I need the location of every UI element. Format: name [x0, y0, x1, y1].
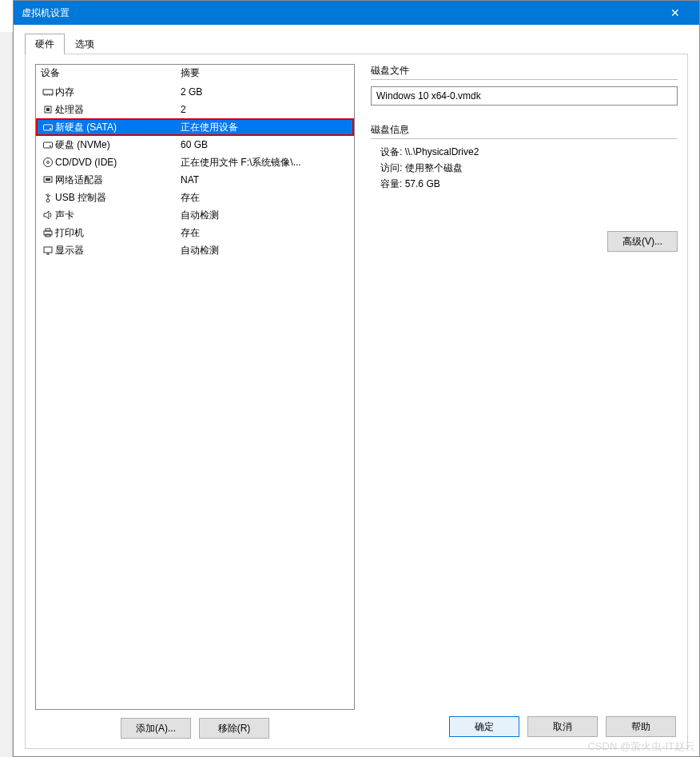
memory-icon [41, 86, 55, 98]
display-icon [41, 245, 55, 256]
info-access-label: 访问: [380, 162, 402, 173]
device-summary: 2 [181, 104, 349, 115]
device-row-4[interactable]: CD/DVD (IDE)正在使用文件 F:\系统镜像\... [36, 153, 354, 171]
device-row-8[interactable]: 打印机存在 [36, 224, 354, 241]
cd-icon [41, 157, 55, 168]
svg-rect-23 [44, 247, 52, 253]
info-device-value: \\.\PhysicalDrive2 [405, 146, 479, 157]
device-row-0[interactable]: 内存2 GB [36, 83, 354, 101]
device-summary: 正在使用设备 [181, 121, 349, 134]
device-name: 显示器 [55, 244, 181, 257]
device-list[interactable]: 设备 摘要 内存2 GB处理器2新硬盘 (SATA)正在使用设备硬盘 (NVMe… [35, 64, 355, 710]
svg-rect-14 [46, 178, 50, 181]
device-row-5[interactable]: 网络适配器NAT [36, 171, 354, 189]
svg-rect-0 [43, 90, 53, 94]
device-row-7[interactable]: 声卡自动检测 [36, 206, 354, 224]
device-name: 网络适配器 [55, 173, 181, 187]
disk-file-field[interactable]: Windows 10 x64-0.vmdk [371, 86, 678, 106]
help-button[interactable]: 帮助 [606, 716, 676, 737]
disk-info-label: 磁盘信息 [371, 123, 678, 137]
device-row-2[interactable]: 新硬盘 (SATA)正在使用设备 [36, 118, 354, 136]
device-name: 新硬盘 (SATA) [55, 121, 181, 134]
device-summary: 2 GB [181, 86, 349, 98]
info-access-value: 使用整个磁盘 [405, 162, 463, 173]
titlebar: 虚拟机设置 ✕ [14, 1, 699, 25]
svg-rect-7 [44, 125, 53, 130]
device-name: CD/DVD (IDE) [55, 157, 181, 168]
cancel-button[interactable]: 取消 [527, 716, 598, 737]
device-row-1[interactable]: 处理器2 [36, 101, 354, 118]
svg-point-12 [47, 161, 50, 164]
device-name: 处理器 [55, 103, 181, 117]
printer-icon [41, 227, 55, 238]
background-pane [0, 32, 13, 757]
add-button[interactable]: 添加(A)... [121, 718, 191, 739]
ok-button[interactable]: 确定 [449, 716, 519, 737]
device-name: 硬盘 (NVMe) [55, 138, 181, 152]
info-capacity-value: 57.6 GB [405, 178, 440, 189]
tabs: 硬件 选项 [25, 34, 688, 54]
disk-file-label: 磁盘文件 [371, 64, 678, 78]
list-header: 设备 摘要 [36, 65, 354, 83]
window-title: 虚拟机设置 [22, 6, 659, 20]
svg-rect-6 [46, 108, 50, 111]
disk-file-value: Windows 10 x64-0.vmdk [376, 90, 481, 102]
device-summary: 正在使用文件 F:\系统镜像\... [181, 156, 349, 169]
device-name: USB 控制器 [55, 191, 181, 205]
svg-rect-9 [44, 142, 53, 148]
info-device-label: 设备: [380, 146, 402, 157]
device-summary: 自动检测 [181, 209, 349, 222]
vm-settings-window: 虚拟机设置 ✕ 硬件 选项 设备 摘要 内存2 GB处理器2新硬盘 (SAT [13, 0, 700, 757]
cpu-icon [41, 104, 55, 115]
usb-icon [41, 192, 55, 203]
device-row-3[interactable]: 硬盘 (NVMe)60 GB [36, 136, 354, 153]
col-summary: 摘要 [181, 66, 349, 80]
svg-point-15 [46, 199, 50, 202]
hdd-icon [41, 122, 55, 133]
col-device: 设备 [41, 66, 181, 80]
device-summary: 存在 [181, 226, 349, 240]
svg-point-10 [50, 145, 51, 147]
net-icon [41, 174, 55, 185]
tab-options[interactable]: 选项 [65, 34, 105, 54]
tab-hardware[interactable]: 硬件 [25, 34, 65, 54]
device-name: 打印机 [55, 226, 181, 240]
svg-point-11 [44, 158, 53, 167]
device-name: 内存 [55, 86, 181, 99]
hdd-icon [41, 139, 55, 150]
device-summary: NAT [181, 174, 349, 185]
tab-panel: 设备 摘要 内存2 GB处理器2新硬盘 (SATA)正在使用设备硬盘 (NVMe… [25, 54, 688, 749]
remove-button[interactable]: 移除(R) [199, 718, 269, 739]
device-summary: 自动检测 [181, 244, 349, 257]
advanced-button[interactable]: 高级(V)... [607, 231, 678, 252]
svg-point-8 [50, 128, 51, 129]
sound-icon [41, 209, 55, 221]
watermark: CSDN @萤火虫-IT赵云 [587, 739, 695, 754]
info-capacity-label: 容量: [380, 178, 402, 189]
device-summary: 存在 [181, 191, 349, 205]
device-row-9[interactable]: 显示器自动检测 [36, 241, 354, 259]
close-icon[interactable]: ✕ [659, 6, 691, 19]
device-row-6[interactable]: USB 控制器存在 [36, 189, 354, 206]
device-name: 声卡 [55, 209, 181, 222]
svg-marker-19 [44, 211, 49, 219]
device-summary: 60 GB [181, 139, 349, 150]
